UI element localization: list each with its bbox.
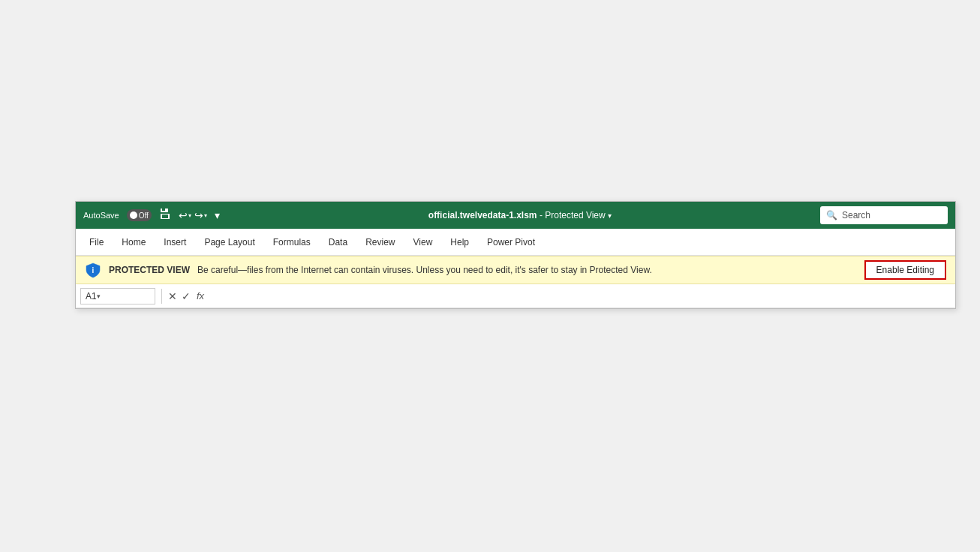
formula-bar-separator: [161, 289, 162, 304]
shield-icon: i: [85, 262, 101, 278]
excel-window: AutoSave Off ↩▾ ↪▾ ▾ official.twelvedata…: [75, 201, 956, 309]
tab-help[interactable]: Help: [441, 232, 478, 252]
formula-bar: A1 ▾ ✕ ✓ fx: [76, 284, 955, 308]
tab-file[interactable]: File: [80, 232, 113, 252]
tab-formulas[interactable]: Formulas: [264, 232, 320, 252]
tab-review[interactable]: Review: [356, 232, 404, 252]
tab-power-pivot[interactable]: Power Pivot: [478, 232, 544, 252]
cell-reference-box[interactable]: A1 ▾: [80, 288, 155, 304]
tab-home[interactable]: Home: [113, 232, 155, 252]
customize-qat-button[interactable]: ▾: [215, 209, 220, 221]
redo-button[interactable]: ↪▾: [194, 209, 207, 221]
tab-view[interactable]: View: [404, 232, 442, 252]
search-icon: 🔍: [826, 210, 837, 220]
title-bar: AutoSave Off ↩▾ ↪▾ ▾ official.twelvedata…: [76, 202, 955, 229]
undo-button[interactable]: ↩▾: [179, 209, 191, 221]
save-icon[interactable]: [159, 208, 171, 223]
svg-text:i: i: [92, 266, 95, 274]
svg-rect-3: [162, 214, 168, 218]
protected-view-badge: PROTECTED VIEW: [109, 265, 190, 275]
window-title: official.twelvedata-1.xlsm - Protected V…: [227, 210, 813, 220]
autosave-toggle[interactable]: Off: [127, 209, 152, 221]
protected-view-message: Be careful—files from the Internet can c…: [197, 265, 857, 275]
svg-rect-1: [162, 208, 165, 211]
autosave-label: AutoSave: [83, 211, 119, 220]
search-box[interactable]: 🔍 Search: [820, 206, 948, 224]
fx-label: fx: [197, 290, 204, 302]
confirm-formula-button[interactable]: ✓: [182, 290, 191, 302]
tab-insert[interactable]: Insert: [155, 232, 195, 252]
enable-editing-button[interactable]: Enable Editing: [864, 260, 946, 280]
toggle-circle: [130, 212, 137, 219]
cell-ref-dropdown-icon[interactable]: ▾: [97, 292, 101, 300]
protected-view-bar: i PROTECTED VIEW Be careful—files from t…: [76, 256, 955, 284]
filename-text: official.twelvedata-1.xlsm: [428, 210, 537, 220]
cancel-formula-button[interactable]: ✕: [168, 290, 177, 302]
search-label: Search: [842, 210, 870, 220]
ribbon-tabs: File Home Insert Page Layout Formulas Da…: [76, 229, 955, 256]
view-mode-arrow[interactable]: ▾: [608, 212, 612, 220]
formula-actions: ✕ ✓: [168, 290, 191, 302]
undo-redo-group: ↩▾ ↪▾: [179, 209, 207, 221]
tab-page-layout[interactable]: Page Layout: [195, 232, 263, 252]
tab-data[interactable]: Data: [320, 232, 356, 252]
view-mode-text: Protected View: [545, 210, 606, 220]
